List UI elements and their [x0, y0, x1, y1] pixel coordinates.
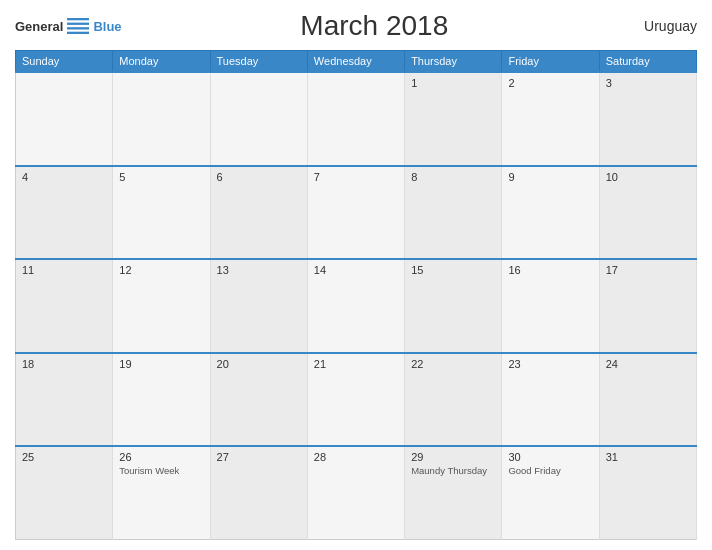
day-number: 3: [606, 77, 690, 89]
day-number: 4: [22, 171, 106, 183]
calendar-day-cell: 1: [405, 72, 502, 166]
day-number: 26: [119, 451, 203, 463]
logo-flag-icon: [67, 18, 89, 34]
calendar-day-cell: 26Tourism Week: [113, 446, 210, 540]
logo: General Blue: [15, 18, 122, 34]
weekday-header: Monday: [113, 51, 210, 73]
logo-general-text: General: [15, 19, 63, 34]
weekday-header: Wednesday: [307, 51, 404, 73]
day-number: 22: [411, 358, 495, 370]
calendar-day-cell: 14: [307, 259, 404, 353]
calendar-day-cell: 17: [599, 259, 696, 353]
day-number: 20: [217, 358, 301, 370]
calendar-day-cell: 15: [405, 259, 502, 353]
day-number: 31: [606, 451, 690, 463]
calendar-week-row: 11121314151617: [16, 259, 697, 353]
calendar-day-cell: 4: [16, 166, 113, 260]
logo-blue-text: Blue: [93, 19, 121, 34]
day-number: 21: [314, 358, 398, 370]
day-number: 23: [508, 358, 592, 370]
event-label: Tourism Week: [119, 465, 203, 476]
day-number: 24: [606, 358, 690, 370]
calendar-day-cell: 6: [210, 166, 307, 260]
day-number: 28: [314, 451, 398, 463]
calendar-day-cell: 11: [16, 259, 113, 353]
day-number: 29: [411, 451, 495, 463]
calendar-table: SundayMondayTuesdayWednesdayThursdayFrid…: [15, 50, 697, 540]
day-number: 13: [217, 264, 301, 276]
calendar-day-cell: 2: [502, 72, 599, 166]
day-number: 16: [508, 264, 592, 276]
calendar-day-cell: 18: [16, 353, 113, 447]
calendar-day-cell: 28: [307, 446, 404, 540]
calendar-day-cell: [210, 72, 307, 166]
weekday-header: Friday: [502, 51, 599, 73]
calendar-day-cell: [113, 72, 210, 166]
day-number: 10: [606, 171, 690, 183]
day-number: 19: [119, 358, 203, 370]
day-number: 14: [314, 264, 398, 276]
calendar-day-cell: 7: [307, 166, 404, 260]
calendar-header: General Blue March 2018 Uruguay: [15, 10, 697, 42]
svg-rect-1: [67, 18, 89, 20]
calendar-day-cell: 31: [599, 446, 696, 540]
day-number: 27: [217, 451, 301, 463]
day-number: 25: [22, 451, 106, 463]
svg-rect-3: [67, 27, 89, 29]
weekday-header-row: SundayMondayTuesdayWednesdayThursdayFrid…: [16, 51, 697, 73]
calendar-week-row: 45678910: [16, 166, 697, 260]
day-number: 11: [22, 264, 106, 276]
day-number: 18: [22, 358, 106, 370]
calendar-day-cell: 20: [210, 353, 307, 447]
calendar-week-row: 18192021222324: [16, 353, 697, 447]
calendar-day-cell: 9: [502, 166, 599, 260]
day-number: 12: [119, 264, 203, 276]
weekday-header: Saturday: [599, 51, 696, 73]
day-number: 17: [606, 264, 690, 276]
calendar-day-cell: 16: [502, 259, 599, 353]
calendar-day-cell: 29Maundy Thursday: [405, 446, 502, 540]
day-number: 9: [508, 171, 592, 183]
day-number: 15: [411, 264, 495, 276]
calendar-day-cell: 24: [599, 353, 696, 447]
svg-rect-2: [67, 23, 89, 25]
calendar-day-cell: 21: [307, 353, 404, 447]
calendar-day-cell: 13: [210, 259, 307, 353]
day-number: 7: [314, 171, 398, 183]
calendar-day-cell: 27: [210, 446, 307, 540]
weekday-header: Sunday: [16, 51, 113, 73]
day-number: 8: [411, 171, 495, 183]
calendar-day-cell: [307, 72, 404, 166]
calendar-day-cell: 8: [405, 166, 502, 260]
calendar-day-cell: 3: [599, 72, 696, 166]
day-number: 1: [411, 77, 495, 89]
calendar-day-cell: 23: [502, 353, 599, 447]
svg-rect-4: [67, 32, 89, 34]
weekday-header: Tuesday: [210, 51, 307, 73]
calendar-day-cell: 10: [599, 166, 696, 260]
calendar-day-cell: 30Good Friday: [502, 446, 599, 540]
calendar-day-cell: [16, 72, 113, 166]
calendar-day-cell: 22: [405, 353, 502, 447]
calendar-title: March 2018: [122, 10, 627, 42]
calendar-day-cell: 25: [16, 446, 113, 540]
weekday-header: Thursday: [405, 51, 502, 73]
calendar-day-cell: 12: [113, 259, 210, 353]
calendar-week-row: 123: [16, 72, 697, 166]
day-number: 5: [119, 171, 203, 183]
svg-rect-0: [67, 18, 89, 34]
day-number: 6: [217, 171, 301, 183]
event-label: Maundy Thursday: [411, 465, 495, 476]
country-label: Uruguay: [627, 18, 697, 34]
calendar-day-cell: 5: [113, 166, 210, 260]
calendar-week-row: 2526Tourism Week272829Maundy Thursday30G…: [16, 446, 697, 540]
day-number: 2: [508, 77, 592, 89]
event-label: Good Friday: [508, 465, 592, 476]
calendar-day-cell: 19: [113, 353, 210, 447]
day-number: 30: [508, 451, 592, 463]
